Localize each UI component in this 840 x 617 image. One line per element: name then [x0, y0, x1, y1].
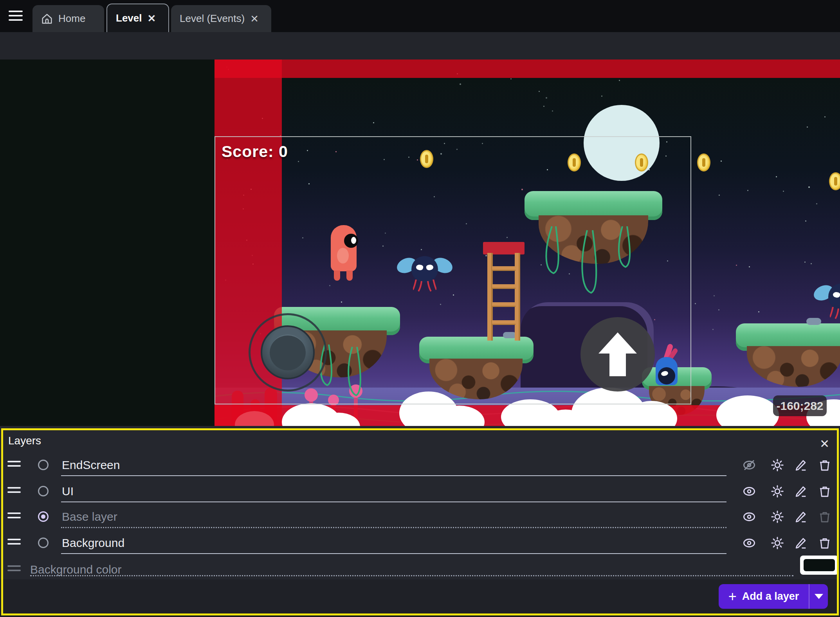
layers-panel-title: Layers [8, 435, 41, 447]
coin-object[interactable] [697, 153, 710, 171]
drag-handle-icon[interactable] [7, 487, 21, 496]
sun-icon [770, 484, 784, 498]
lighting-button[interactable] [770, 484, 785, 499]
star [749, 266, 750, 267]
tab-home[interactable]: Home [32, 5, 104, 32]
tab-level-events-close-icon[interactable]: ✕ [250, 14, 259, 24]
layer-select-radio[interactable] [38, 460, 49, 470]
layer-row-background: Background [0, 532, 840, 554]
visibility-toggle[interactable] [742, 458, 757, 473]
tab-level-label: Level [116, 12, 142, 24]
flying-enemy-object[interactable] [814, 282, 840, 321]
cursor-coordinates-badge: -160;282 [773, 395, 827, 416]
delete-layer-button [817, 509, 832, 524]
sun-icon [770, 510, 784, 524]
star [783, 191, 784, 192]
star [695, 303, 696, 304]
visibility-toggle[interactable] [742, 484, 757, 499]
star [546, 97, 547, 99]
eye-icon [742, 484, 756, 498]
tab-level-events-label: Level (Events) [180, 13, 245, 25]
add-layer-dropdown-button[interactable] [809, 584, 828, 609]
eye-off-icon [742, 458, 756, 472]
layer-row-endscreen: EndScreen [0, 454, 840, 476]
trash-icon [818, 510, 831, 523]
tab-level-close-icon[interactable]: ✕ [148, 13, 156, 23]
star [510, 78, 512, 79]
background-color-underline [30, 575, 793, 576]
layer-name-field[interactable]: Background [62, 536, 723, 550]
kill-zone-top[interactable] [215, 60, 840, 78]
delete-layer-button[interactable] [817, 458, 832, 473]
star [714, 295, 715, 296]
star [808, 186, 810, 188]
layer-row-ui: UI [0, 480, 840, 502]
star [824, 116, 826, 117]
pencil-icon [795, 510, 808, 523]
home-icon [41, 13, 53, 25]
lighting-button[interactable] [770, 458, 785, 473]
edit-layer-button[interactable] [794, 536, 809, 550]
lighting-button[interactable] [770, 509, 785, 524]
layers-panel: Layers ✕ EndScreen UI [0, 426, 840, 617]
layers-panel-close-icon[interactable]: ✕ [820, 437, 829, 451]
delete-layer-button[interactable] [817, 484, 832, 499]
chevron-down-icon [815, 594, 823, 599]
layer-name-field[interactable]: UI [62, 485, 723, 498]
lighting-button[interactable] [770, 536, 785, 550]
layers-panel-footer: + Add a layer [0, 579, 840, 617]
layer-select-radio[interactable] [38, 511, 49, 522]
plus-icon: + [728, 590, 737, 604]
star [552, 110, 553, 112]
star [807, 126, 808, 128]
delete-layer-button[interactable] [817, 536, 832, 550]
add-layer-button[interactable]: + Add a layer [719, 584, 828, 609]
game-scene: Score: 0 -160;282 [215, 60, 840, 426]
background-color-value [804, 559, 835, 571]
drag-handle-icon[interactable] [7, 539, 21, 547]
visibility-toggle[interactable] [742, 536, 757, 550]
edit-layer-button[interactable] [794, 484, 809, 499]
trash-icon [818, 536, 831, 550]
sun-icon [770, 536, 784, 550]
hamburger-menu-icon[interactable] [9, 11, 23, 22]
eye-icon [742, 536, 756, 550]
visibility-toggle[interactable] [742, 509, 757, 524]
pencil-icon [795, 536, 808, 550]
star [719, 195, 720, 196]
pencil-icon [795, 485, 808, 498]
drag-handle-icon[interactable] [7, 461, 21, 469]
layer-select-radio[interactable] [38, 486, 49, 496]
star [776, 176, 777, 177]
star [758, 311, 759, 312]
editor-toolbar: Preview Publish [0, 32, 840, 60]
platform-object[interactable] [736, 323, 840, 392]
eye-icon [742, 510, 756, 524]
layer-name-field: Base layer [62, 510, 723, 523]
drag-handle-icon[interactable] [7, 512, 21, 521]
edit-layer-button[interactable] [794, 458, 809, 473]
trash-icon [818, 458, 831, 472]
star [539, 91, 540, 92]
score-text-object[interactable]: Score: 0 [222, 143, 288, 161]
layer-select-radio[interactable] [38, 538, 49, 548]
star [543, 106, 544, 107]
star [718, 309, 719, 310]
coin-object[interactable] [829, 172, 840, 190]
star [721, 161, 722, 162]
layer-row-base: Base layer [0, 506, 840, 528]
trash-icon [818, 485, 831, 498]
star [747, 190, 748, 191]
star [816, 203, 817, 204]
star [373, 122, 374, 123]
layer-name-field[interactable]: EndScreen [62, 458, 723, 472]
edit-layer-button[interactable] [794, 509, 809, 524]
sun-icon [770, 458, 784, 472]
tab-level[interactable]: Level ✕ [106, 4, 169, 32]
tab-level-events[interactable]: Level (Events) ✕ [171, 5, 271, 32]
selection-rectangle [215, 136, 691, 404]
background-color-label: Background color [30, 563, 121, 576]
background-color-swatch[interactable] [800, 556, 838, 575]
scene-editor-canvas[interactable]: Score: 0 -160;282 [0, 60, 840, 426]
star [811, 263, 812, 264]
